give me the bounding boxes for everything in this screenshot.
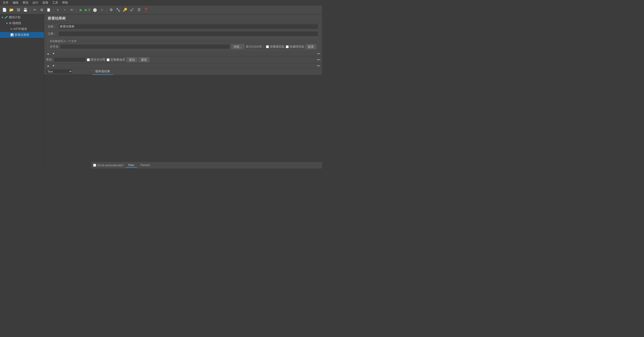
reset-button[interactable]: 重置 <box>138 57 150 62</box>
bottom-tabs: Raw Parsed <box>126 163 152 168</box>
toolbar-separator-4 <box>106 7 107 13</box>
success-log-checkbox[interactable] <box>286 45 289 48</box>
log-label: 显示日志内容： <box>246 45 264 49</box>
thread-group-icon: ⚙ <box>9 22 12 25</box>
error-log-checkbox-row: 仅错误日志 <box>266 45 284 49</box>
add-button[interactable]: + <box>55 7 61 13</box>
sidebar-item-test-plan[interactable]: ▼ 🧪 测试计划 <box>0 15 44 20</box>
cut-button[interactable]: ✂ <box>32 7 38 13</box>
settings-button[interactable]: ⚙ <box>108 7 114 13</box>
error-log-checkbox[interactable] <box>266 45 269 48</box>
tab-raw[interactable]: Raw <box>126 163 137 168</box>
http-request-icon: ✏ <box>10 28 12 31</box>
case-label: 区分大小写 <box>91 58 105 62</box>
panel-down-btn-2[interactable]: ▼ <box>51 64 56 68</box>
remove-button[interactable]: − <box>62 7 68 13</box>
search-input[interactable] <box>54 57 86 62</box>
regex-checkbox[interactable] <box>107 58 110 61</box>
file-row: 文件名 浏览... 显示日志内容： 仅错误日志 仅成功日志 配置 <box>50 44 316 49</box>
open-button[interactable]: 📂 <box>8 7 15 13</box>
arrow-thread-group: ▼ <box>6 22 8 25</box>
scroll-auto-checkbox[interactable] <box>93 164 96 167</box>
toolbar: 📄 📂 🖫 💾 ✂ ⧉ 📋 + − ✕/ ▶ ▶⏸ ⬤ ○ ⚙ 🔧 🔑 🖊 ☰ … <box>0 6 322 15</box>
panel-up-btn[interactable]: ▲ <box>46 52 50 56</box>
menu-find[interactable]: 查找 <box>21 0 30 5</box>
file-label: 文件名 <box>50 45 58 49</box>
tab-parsed[interactable]: Parsed <box>138 163 152 168</box>
sidebar-item-view-results-tree[interactable]: 📊 察看结果树 <box>0 32 44 38</box>
menu-help[interactable]: 帮助 <box>60 0 70 5</box>
file-section-title: 所有数据写入一个文件 <box>50 40 316 43</box>
scroll-check-row: Scroll automatically? <box>93 164 124 167</box>
panel-more-btn-2[interactable]: ••• <box>317 58 320 62</box>
right-pane-tabs: 取样器结果 <box>91 69 322 75</box>
configure-button[interactable]: 配置 <box>306 44 316 49</box>
case-sensitive-row: 区分大小写 <box>87 58 105 62</box>
panel-down-btn[interactable]: ▼ <box>51 52 56 56</box>
drag-dots-icon: ⋮ <box>90 69 94 72</box>
name-input[interactable] <box>58 24 318 29</box>
view-results-label: 察看结果树 <box>15 33 29 37</box>
find-button[interactable]: 查找 <box>126 57 137 62</box>
comment-input[interactable] <box>58 31 318 37</box>
file-section: 所有数据写入一个文件 文件名 浏览... 显示日志内容： 仅错误日志 仅成功日志… <box>48 38 318 50</box>
circle-filled-button[interactable]: ⬤ <box>92 7 98 13</box>
content-panel: 察看结果树 名称： 注释： 所有数据写入一个文件 文件名 浏览... 显示日志内… <box>44 15 322 169</box>
tab-sampler-results[interactable]: 取样器结果 <box>92 69 113 75</box>
menubar: 文件 编辑 查找 运行 选项 工具 帮助 <box>0 0 322 6</box>
comment-row: 注释： <box>44 30 322 37</box>
save-template-button[interactable]: 🖫 <box>15 7 22 13</box>
panel-more-btn-1[interactable]: ••• <box>317 52 320 55</box>
case-sensitive-checkbox[interactable] <box>87 58 90 61</box>
menu-options[interactable]: 选项 <box>40 0 50 5</box>
split-area: TextRegExp TesterCSS/JQuery TesterXPath … <box>44 69 322 169</box>
clear-button[interactable]: ✕/ <box>69 7 75 13</box>
toolbar-separator-2 <box>53 7 53 13</box>
left-pane-content <box>44 75 91 169</box>
panel-toolbar-2: ▲ ▼ ••• <box>44 63 322 69</box>
list-button[interactable]: ☰ <box>136 7 142 13</box>
panel-more-btn-3[interactable]: ••• <box>317 64 320 68</box>
highlight-button[interactable]: 🖊 <box>129 7 135 13</box>
success-log-checkbox-row: 仅成功日志 <box>286 45 304 49</box>
scroll-auto-label: Scroll automatically? <box>97 164 124 167</box>
help-button[interactable]: ❓ <box>143 7 149 13</box>
main-layout: ▼ 🧪 测试计划 ▼ ⚙ 线程组 ✏ HTTP请求 📊 察看结果树 察看结果树 <box>0 15 322 169</box>
view-results-icon: 📊 <box>10 33 14 37</box>
new-button[interactable]: 📄 <box>1 7 8 13</box>
paste-button[interactable]: 📋 <box>46 7 52 13</box>
panel-title: 察看结果树 <box>44 15 322 23</box>
left-pane-toolbar: TextRegExp TesterCSS/JQuery TesterXPath … <box>44 69 91 75</box>
comment-label: 注释： <box>48 32 56 36</box>
panel-up-btn-2[interactable]: ▲ <box>46 64 50 68</box>
menu-edit[interactable]: 编辑 <box>11 0 20 5</box>
regex-row: 正则表达式 <box>107 58 125 62</box>
name-label: 名称： <box>48 25 56 29</box>
save-button[interactable]: 💾 <box>22 7 28 13</box>
pane-divider[interactable]: ⋮ <box>90 69 92 169</box>
left-pane: TextRegExp TesterCSS/JQuery TesterXPath … <box>44 69 91 169</box>
circle-empty-button[interactable]: ○ <box>99 7 105 13</box>
sidebar-item-thread-group[interactable]: ▼ ⚙ 线程组 <box>0 20 44 26</box>
file-input[interactable] <box>60 44 230 49</box>
menu-file[interactable]: 文件 <box>1 0 10 5</box>
menu-tools[interactable]: 工具 <box>50 0 60 5</box>
copy-button[interactable]: ⧉ <box>38 7 45 13</box>
search-row: 查找: 区分大小写 正则表达式 查找 重置 ••• <box>44 56 322 63</box>
run-stop-button[interactable]: ▶⏸ <box>85 7 91 13</box>
bottom-row: Scroll automatically? Raw Parsed <box>91 162 322 169</box>
test-plan-label: 测试计划 <box>9 15 20 19</box>
format-dropdown[interactable]: TextRegExp TesterCSS/JQuery TesterXPath … <box>46 69 72 74</box>
sidebar-item-http-request[interactable]: ✏ HTTP请求 <box>0 26 44 32</box>
run-button[interactable]: ▶ <box>78 7 84 13</box>
key-button[interactable]: 🔑 <box>122 7 128 13</box>
search-label: 查找: <box>46 58 53 62</box>
test-plan-icon: 🧪 <box>4 16 8 19</box>
regex-label: 正则表达式 <box>110 58 125 62</box>
right-pane-content <box>91 75 322 162</box>
properties-button[interactable]: 🔧 <box>115 7 121 13</box>
sidebar: ▼ 🧪 测试计划 ▼ ⚙ 线程组 ✏ HTTP请求 📊 察看结果树 <box>0 15 44 169</box>
browse-button[interactable]: 浏览... <box>231 44 244 49</box>
menu-run[interactable]: 运行 <box>30 0 40 5</box>
toolbar-separator-1 <box>30 7 30 13</box>
